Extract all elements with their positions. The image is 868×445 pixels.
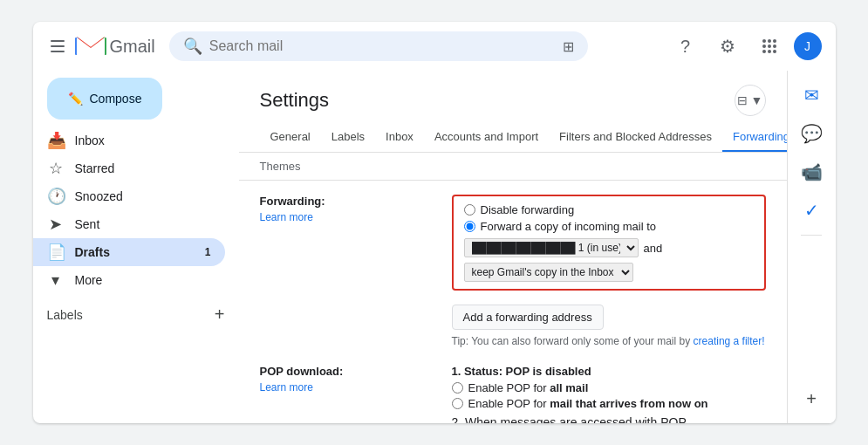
tab-forwarding[interactable]: Forwarding and POP/IMAP [722,123,787,152]
rail-meet-icon[interactable]: 📹 [794,154,829,189]
settings-icon[interactable]: ⚙ [710,29,745,64]
rail-add-icon[interactable]: + [794,381,829,416]
rail-chat-icon[interactable]: 💬 [794,116,829,151]
inbox-icon: 📥 [47,131,65,150]
forwarding-tip: Tip: You can also forward only some of y… [452,335,766,347]
help-icon[interactable]: ? [668,29,703,64]
avatar[interactable]: J [794,32,822,60]
forwarding-address-select[interactable]: ██████████████ 1 (in use) [464,238,639,257]
search-options-icon[interactable]: ⊞ [563,38,574,55]
gmail-logo: Gmail [75,34,155,58]
themes-row[interactable]: Themes [239,153,787,181]
tab-labels[interactable]: Labels [321,123,375,152]
settings-content: Settings ⊟ ▼ General Labels Inbox Accoun… [239,71,787,423]
star-icon: ☆ [47,159,65,178]
pop-all-mail-row: Enable POP for all mail [452,381,766,394]
pop-all-mail-radio[interactable] [452,382,463,394]
enable-forwarding-radio[interactable] [464,221,475,232]
disable-forwarding-radio[interactable] [464,204,475,216]
right-rail: ✉ 💬 📹 ✓ + [787,71,836,423]
drafts-icon: 📄 [47,243,65,262]
settings-header: Settings ⊟ ▼ [239,71,787,123]
forwarding-setting-row: Forwarding: Learn more Disable forwardin… [260,195,766,347]
enable-forwarding-label: Forward a copy of incoming mail to [481,220,657,233]
sidebar-item-starred[interactable]: ☆ Starred [33,154,225,182]
pop-all-label: Enable POP for all mail [468,381,589,394]
pop-label: POP download: Learn more [260,365,452,423]
more-icon: ▾ [47,270,65,290]
forwarding-learn-more[interactable]: Learn more [260,211,313,223]
rail-mail-icon[interactable]: ✉ [794,78,829,113]
pop-status: 1. Status: POP is disabled [452,365,766,378]
settings-title: Settings [260,89,330,112]
sidebar-item-inbox[interactable]: 📥 Inbox [33,127,225,154]
apps-icon[interactable] [752,29,787,64]
pop-setting-row: POP download: Learn more 1. Status: POP … [260,365,766,423]
rail-divider [801,235,822,236]
search-bar[interactable]: 🔍 ⊞ [169,31,588,61]
pop-when-accessed: 2. When messages are accessed with POP k… [452,415,766,423]
tab-accounts[interactable]: Accounts and Import [424,123,549,152]
add-label-button[interactable]: + [215,305,225,325]
menu-icon[interactable] [47,36,68,57]
labels-section-header: Labels + [33,298,239,332]
settings-body: Forwarding: Learn more Disable forwardin… [239,181,787,423]
pop-now-radio[interactable] [452,398,463,409]
pop-content: 1. Status: POP is disabled Enable POP fo… [452,365,766,423]
add-forwarding-address-button[interactable]: Add a forwarding address [452,305,604,330]
sidebar: ✏️ Compose 📥 Inbox ☆ Starred 🕐 Snoozed ➤ [33,71,239,423]
pop-now-row: Enable POP for mail that arrives from no… [452,397,766,410]
sidebar-item-sent[interactable]: ➤ Sent [33,210,225,238]
settings-tabs: General Labels Inbox Accounts and Import… [239,123,787,153]
pop-now-label: Enable POP for mail that arrives from no… [468,397,708,410]
compose-icon: ✏️ [68,92,83,106]
sidebar-item-more[interactable]: ▾ More [33,266,225,294]
creating-filter-link[interactable]: creating a filter! [694,335,765,347]
enable-forwarding-row: Forward a copy of incoming mail to █████… [464,220,754,282]
search-icon: 🔍 [183,37,202,56]
compose-button[interactable]: ✏️ Compose [47,78,163,120]
chevron-down-icon: ⊟ ▼ [737,93,763,107]
topbar-right: ? ⚙ J [668,29,822,64]
disable-forwarding-row: Disable forwarding [464,203,754,216]
sidebar-item-drafts[interactable]: 📄 Drafts 1 [33,238,225,266]
forwarding-content: Disable forwarding Forward a copy of inc… [452,195,766,347]
sent-icon: ➤ [47,215,65,234]
search-input[interactable] [209,38,556,54]
logo-text: Gmail [110,37,155,57]
sidebar-item-snoozed[interactable]: 🕐 Snoozed [33,182,225,210]
settings-view-toggle[interactable]: ⊟ ▼ [735,85,766,116]
disable-forwarding-label: Disable forwarding [481,203,575,216]
forwarding-options-box: Disable forwarding Forward a copy of inc… [452,195,766,291]
pop-learn-more[interactable]: Learn more [260,381,313,394]
tab-inbox[interactable]: Inbox [375,123,424,152]
tab-general[interactable]: General [260,123,321,152]
rail-tasks-icon[interactable]: ✓ [794,193,829,228]
forwarding-label: Forwarding: Learn more [260,195,452,347]
keep-copy-select[interactable]: keep Gmail's copy in the Inbox mark Gmai… [464,263,633,282]
and-text: and [644,242,663,255]
clock-icon: 🕐 [47,187,65,206]
tab-filters[interactable]: Filters and Blocked Addresses [549,123,722,152]
